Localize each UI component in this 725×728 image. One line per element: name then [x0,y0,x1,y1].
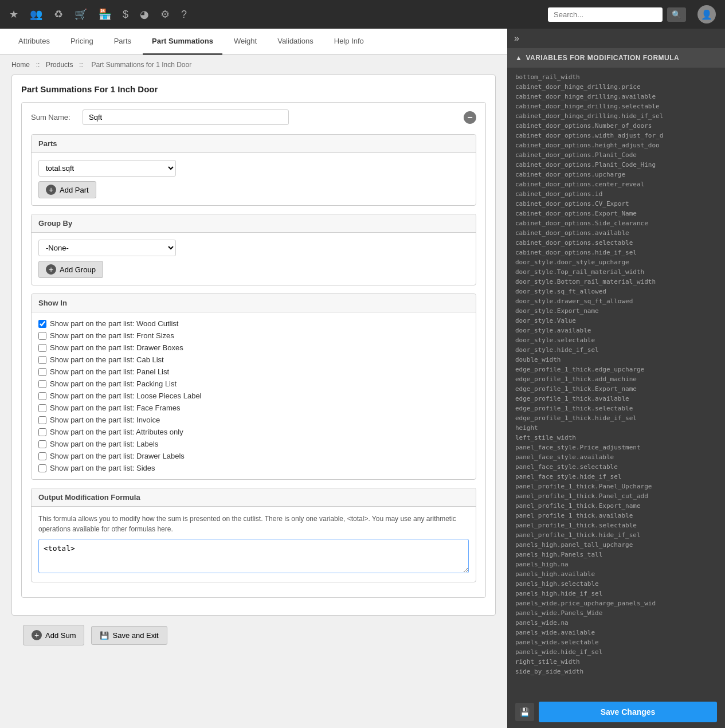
sidebar-variable-item[interactable]: cabinet_door_options.center_reveal [515,179,717,189]
list-item[interactable]: Show part on the part list: Loose Pieces… [38,392,469,400]
checkbox-labels[interactable] [38,440,46,448]
sidebar-variable-item[interactable]: panels_high.available [515,569,717,579]
search-input[interactable] [548,7,663,22]
sidebar-variable-item[interactable]: door_style.Value [515,316,717,326]
sidebar-variable-item[interactable]: double_width [515,355,717,365]
list-item[interactable]: Show part on the part list: Drawer Boxes [38,343,469,352]
sidebar-variable-item[interactable]: cabinet_door_options.CV_Export [515,199,717,209]
recycle-icon[interactable]: ♻ [54,8,63,21]
sidebar-variable-item[interactable]: panels_wide.hide_if_sel [515,647,717,657]
list-item[interactable]: Show part on the part list: Front Sizes [38,331,469,340]
sidebar-variable-item[interactable]: edge_profile_1_thick.available [515,394,717,404]
sidebar-variable-item[interactable]: cabinet_door_options.upcharge [515,170,717,179]
sidebar-variable-item[interactable]: panels_high.na [515,559,717,569]
tab-pricing[interactable]: Pricing [61,29,103,55]
sidebar-variable-item[interactable]: cabinet_door_hinge_drilling.price [515,82,717,92]
sidebar-variable-item[interactable]: cabinet_door_options.Side_clearance [515,218,717,228]
sidebar-variable-item[interactable]: panels_wide.available [515,628,717,637]
sidebar-variable-item[interactable]: panel_profile_1_thick.Export_name [515,501,717,511]
sidebar-variable-item[interactable]: edge_profile_1_thick.add_machine [515,374,717,384]
sidebar-variable-item[interactable]: door_style.available [515,326,717,335]
sidebar-variable-item[interactable]: cabinet_door_options.id [515,189,717,199]
tab-attributes[interactable]: Attributes [9,29,59,55]
sidebar-variable-item[interactable]: panel_profile_1_thick.hide_if_sel [515,530,717,540]
list-item[interactable]: Show part on the part list: Drawer Label… [38,452,469,460]
breadcrumb-home[interactable]: Home [11,61,30,69]
group-by-select[interactable]: -None- [38,240,176,256]
sidebar-variable-item[interactable]: cabinet_door_options.Planit_Code_Hing [515,160,717,170]
tab-parts[interactable]: Parts [105,29,140,55]
sidebar-variable-item[interactable]: door_style.door_style_upcharge [515,257,717,267]
sidebar-variable-item[interactable]: right_stile_width [515,657,717,667]
add-part-button[interactable]: + Add Part [38,181,96,198]
avatar[interactable]: 👤 [697,5,716,24]
sum-name-input[interactable] [83,109,289,125]
sidebar-variable-item[interactable]: panel_face_style.available [515,452,717,462]
search-button[interactable]: 🔍 [667,7,686,22]
sidebar-variable-item[interactable]: door_style.Top_rail_material_width [515,267,717,277]
sidebar-variable-item[interactable]: panels_high.selectable [515,579,717,589]
tab-part-summations[interactable]: Part Summations [143,29,222,55]
sidebar-variable-item[interactable]: panel_profile_1_thick.selectable [515,520,717,530]
list-item[interactable]: Show part on the part list: Invoice [38,416,469,424]
users-icon[interactable]: 👥 [30,8,42,21]
sidebar-variable-item[interactable]: panel_face_style.selectable [515,462,717,472]
list-item[interactable]: Show part on the part list: Attributes o… [38,428,469,436]
dollar-icon[interactable]: $ [123,9,128,21]
sidebar-variable-item[interactable]: cabinet_door_hinge_drilling.available [515,92,717,101]
sidebar-variable-item[interactable]: cabinet_door_hinge_drilling.selectable [515,101,717,111]
sidebar-variable-item[interactable]: cabinet_door_options.available [515,228,717,238]
sidebar-variable-item[interactable]: panel_face_style.hide_if_sel [515,472,717,482]
save-changes-button[interactable]: Save Changes [539,702,717,722]
sidebar-variable-item[interactable]: door_style.Bottom_rail_material_width [515,277,717,287]
sidebar-variable-item[interactable]: door_style.hide_if_sel [515,345,717,355]
list-item[interactable]: Show part on the part list: Cab List [38,355,469,364]
sidebar-variable-item[interactable]: left_stile_width [515,433,717,443]
checkbox-invoice[interactable] [38,416,46,424]
sidebar-variable-item[interactable]: door_style.sq_ft_allowed [515,287,717,296]
sidebar-variable-item[interactable]: edge_profile_1_thick.edge_upcharge [515,365,717,374]
sidebar-variable-item[interactable]: height [515,423,717,433]
sidebar-variable-item[interactable]: edge_profile_1_thick.selectable [515,404,717,413]
add-sum-button[interactable]: + Add Sum [23,625,84,645]
list-item[interactable]: Show part on the part list: Packing List [38,379,469,388]
checkbox-drawer-labels[interactable] [38,452,46,460]
sidebar-variable-item[interactable]: door_style.selectable [515,335,717,345]
list-item[interactable]: Show part on the part list: Sides [38,464,469,472]
sidebar-variable-item[interactable]: cabinet_door_options.height_adjust_doo [515,140,717,150]
checkbox-wood-cutlist[interactable] [38,320,46,328]
checkbox-cab-list[interactable] [38,356,46,364]
sidebar-variable-item[interactable]: door_style.Export_name [515,306,717,316]
add-group-button[interactable]: + Add Group [38,261,103,278]
checkbox-attributes-only[interactable] [38,428,46,436]
checkbox-drawer-boxes[interactable] [38,344,46,352]
sidebar-variable-item[interactable]: panel_profile_1_thick.Panel_cut_add [515,491,717,501]
sidebar-variable-item[interactable]: panels_high.Panels_tall [515,550,717,559]
sidebar-variable-item[interactable]: cabinet_door_options.Planit_Code [515,150,717,160]
remove-sum-button[interactable]: − [464,111,476,124]
sidebar-variable-item[interactable]: panels_wide.na [515,618,717,628]
breadcrumb-products[interactable]: Products [46,61,73,69]
formula-textarea[interactable] [38,539,469,573]
sidebar-variable-item[interactable]: panels_wide.selectable [515,637,717,647]
list-item[interactable]: Show part on the part list: Face Frames [38,404,469,412]
checkbox-sides[interactable] [38,464,46,472]
checkbox-front-sizes[interactable] [38,332,46,340]
cart-icon[interactable]: 🛒 [75,8,87,21]
sidebar-variable-item[interactable]: panels_wide.Panels_Wide [515,608,717,618]
checkbox-panel-list[interactable] [38,368,46,376]
sidebar-variable-item[interactable]: door_style.drawer_sq_ft_allowed [515,296,717,306]
sidebar-variable-item[interactable]: bottom_rail_width [515,72,717,82]
sidebar-variable-item[interactable]: panels_high.hide_if_sel [515,589,717,598]
sidebar-variable-item[interactable]: edge_profile_1_thick.hide_if_sel [515,413,717,423]
sidebar-toggle[interactable]: » [507,29,725,48]
list-item[interactable]: Show part on the part list: Labels [38,440,469,448]
sidebar-variable-item[interactable]: cabinet_door_hinge_drilling.hide_if_sel [515,111,717,121]
sidebar-variable-item[interactable]: cabinet_door_options.hide_if_sel [515,248,717,257]
list-item[interactable]: Show part on the part list: Wood Cutlist [38,319,469,328]
checkbox-packing-list[interactable] [38,380,46,388]
gear-icon[interactable]: ⚙ [160,8,170,21]
tab-weight[interactable]: Weight [225,29,266,55]
sidebar-variable-item[interactable]: panel_profile_1_thick.available [515,511,717,520]
sidebar-variable-item[interactable]: edge_profile_1_thick.Export_name [515,384,717,394]
